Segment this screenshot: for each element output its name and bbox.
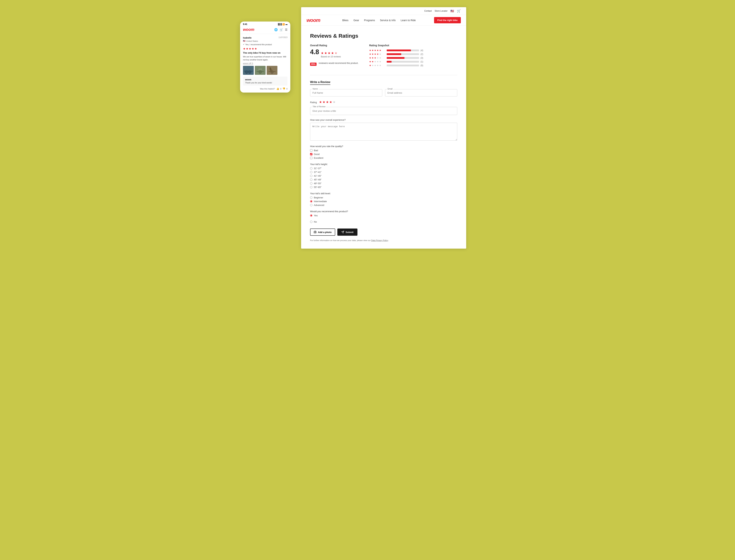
nav-learn[interactable]: Learn to Ride [401,19,416,22]
svg-rect-14 [268,71,275,72]
count-3: (3) [421,57,425,59]
rate-star-5[interactable]: ★ [333,100,335,104]
utility-bar: Contact Store Locator 🇺🇸 🛒 [301,7,466,15]
name-email-row: Name Email [310,89,457,97]
rate-star-4[interactable]: ★ [329,100,332,104]
nav-service[interactable]: Service & Info [380,19,396,22]
product-tag: woom UP 5 [243,62,287,64]
skill-intermediate[interactable]: Intermediate [310,200,457,203]
email-input[interactable] [385,89,457,97]
mobile-time: 9:41 [243,23,247,25]
rate-star-3[interactable]: ★ [326,100,329,104]
height-45-49[interactable]: 45"-49" [310,178,457,181]
contact-link[interactable]: Contact [425,10,432,12]
helpful-up-count: 0 [280,88,281,90]
signal-icon: ▐▐▐ [277,23,281,25]
snapshot-row-1: ★★★★★ (0) [369,64,457,67]
recommend-text: reviewers would recommend this product. [319,62,358,64]
nav-programs[interactable]: Programs [364,19,375,22]
experience-section: How was your overall experience? [310,119,457,145]
nav-bikes[interactable]: Bikes [342,19,348,22]
quality-good[interactable]: Good [310,153,457,156]
checkmark-icon: ✓ [243,43,244,46]
email-group: Email [385,89,457,97]
star-1: ★ [321,51,324,55]
cart-icon[interactable]: 🛒 [457,9,461,13]
mobile-menu-icon[interactable]: ☰ [285,28,287,31]
review-body: We are true superfans of woom in our hou… [243,55,287,61]
mobile-cart-icon[interactable]: 🛒 [279,28,283,31]
review-photos [243,66,287,75]
name-label: Name [312,88,318,90]
snapshot-row-3: ★★★★★ (3) [369,57,457,59]
review-title-input[interactable] [310,107,457,115]
height-49-55-radio[interactable] [310,182,312,185]
rating-section: Rating ★ ★ ★ ★ ★ [310,100,457,104]
review-date: 11/07/2023 [278,36,287,38]
quality-bad[interactable]: Bad [310,149,457,152]
rate-star-1[interactable]: ★ [319,100,322,104]
skill-beginner[interactable]: Beginner [310,196,457,199]
form-actions: Add a photo Submit [310,229,457,236]
quality-excellent[interactable]: Excellent [310,157,457,159]
svg-rect-4 [249,70,251,73]
helpful-row: Was this helpful? 👍 0 👎 0 [243,87,287,90]
title-label: Title of Review [312,105,326,108]
recommend-yes[interactable]: Yes [310,214,457,217]
height-37-41-radio[interactable] [310,171,312,173]
height-section: Your kid's height: 31"-37" 37"-41" 41 [310,163,457,189]
find-bike-button[interactable]: Find the right bike [434,17,461,23]
overall-rating-section: Overall Rating 4.8 ★ ★ ★ ★ ★ Based on 10 [310,44,358,68]
flag-icon: 🇺🇸 [243,40,245,42]
recommend-no[interactable]: No [310,220,457,223]
submit-button[interactable]: Submit [337,229,357,236]
reviewer-name: Isabelle [243,36,251,39]
add-photo-button[interactable]: Add a photo [310,229,335,236]
count-1: (0) [421,64,425,67]
height-31-37-radio[interactable] [310,167,312,170]
recommend-badge: 95% [310,63,316,66]
thumbs-down-icon[interactable]: 👎 [282,87,285,90]
review-photo-3 [267,66,277,75]
svg-point-17 [314,232,315,233]
rating-stars-input[interactable]: ★ ★ ★ ★ ★ [319,100,335,104]
height-41-45[interactable]: 41"-45" [310,175,457,177]
thumbs-up-icon[interactable]: 👍 [276,87,279,90]
recommend-no-radio[interactable] [310,221,312,223]
helpful-down-count: 0 [286,88,287,90]
star-4: ★ [331,51,334,55]
mobile-globe-icon[interactable]: 🌐 [274,28,278,31]
skill-label: Your kid's skill level: [310,192,457,195]
mobile-review-content: Isabelle 11/07/2023 🇺🇸 United States ✓ Y… [240,34,290,93]
woom-logo[interactable]: woom [306,17,320,23]
privacy-text: For further information on how we proces… [310,239,457,241]
privacy-policy-link[interactable]: Data Privacy Policy [371,239,388,241]
recommend-section: Would you recommend this product? Yes No [310,210,457,223]
store-locator-link[interactable]: Store Locator [435,10,448,12]
quality-excellent-checkbox[interactable] [310,157,312,159]
rate-star-2[interactable]: ★ [322,100,325,104]
quality-good-checkbox[interactable] [310,153,312,155]
skill-beginner-radio[interactable] [310,196,312,199]
quality-bad-checkbox[interactable] [310,149,312,152]
star-3: ★ [328,51,330,55]
nav-gear[interactable]: Gear [353,19,359,22]
snapshot-row-5: ★★★★★ (4) [369,49,457,52]
height-41-45-radio[interactable] [310,175,312,177]
height-37-41[interactable]: 37"-41" [310,171,457,173]
skill-advanced-radio[interactable] [310,204,312,206]
height-31-37[interactable]: 31"-37" [310,167,457,170]
experience-textarea[interactable] [310,123,457,141]
name-input[interactable] [310,89,382,97]
height-55-65-radio[interactable] [310,186,312,188]
height-45-49-radio[interactable] [310,178,312,181]
email-label: Email [387,88,393,90]
skill-advanced[interactable]: Advanced [310,204,457,206]
height-49-55[interactable]: 49"-55" [310,182,457,185]
skill-intermediate-radio[interactable] [310,200,312,203]
snapshot-title: Rating Snapshot [369,44,457,47]
woom-response-author: woom [245,78,285,81]
mobile-rating-stars: ★ ★ ★ ★ ★ [243,47,287,50]
height-55-65[interactable]: 55"-65" [310,186,457,189]
recommend-yes-radio[interactable] [310,214,312,217]
